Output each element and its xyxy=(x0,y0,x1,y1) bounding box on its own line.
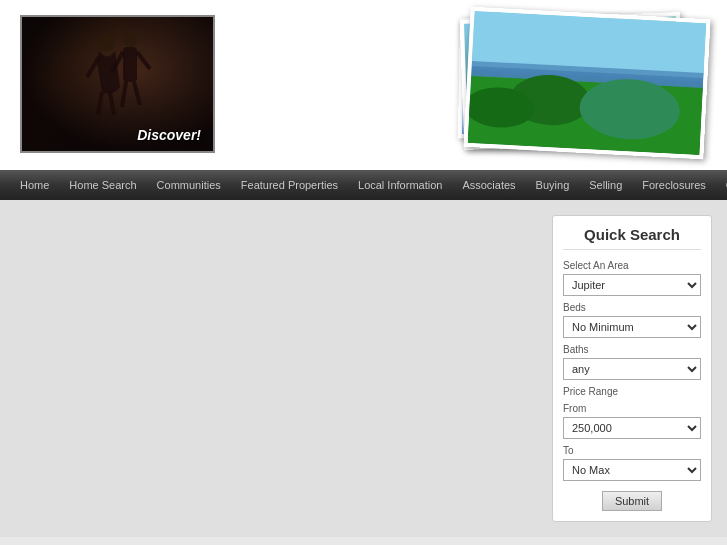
submit-button[interactable]: Submit xyxy=(602,491,662,511)
svg-line-7 xyxy=(134,82,140,105)
thumbnails-row xyxy=(0,537,727,545)
svg-point-2 xyxy=(123,31,137,47)
from-price-select[interactable]: 250,000 100,000 150,000 200,000 300,000 … xyxy=(563,417,701,439)
area-select[interactable]: Jupiter Palm Beach Miami Fort Lauderdale xyxy=(563,274,701,296)
nav-item-associates[interactable]: Associates xyxy=(452,170,525,200)
nav-item-home[interactable]: Home xyxy=(10,170,59,200)
navbar: Home Home Search Communities Featured Pr… xyxy=(0,170,727,200)
baths-label: Baths xyxy=(563,344,701,355)
main-left-area xyxy=(15,215,537,522)
nav-item-foreclosures[interactable]: Foreclosures xyxy=(632,170,716,200)
from-label: From xyxy=(563,403,701,414)
nav-item-home-search[interactable]: Home Search xyxy=(59,170,146,200)
svg-line-9 xyxy=(110,92,114,115)
nav-item-communities[interactable]: Communities xyxy=(147,170,231,200)
nav-item-contact[interactable]: Contact xyxy=(716,170,727,200)
to-price-select[interactable]: No Max 300,000 400,000 500,000 750,000 1… xyxy=(563,459,701,481)
to-label: To xyxy=(563,445,701,456)
svg-line-8 xyxy=(98,92,102,115)
nav-item-featured-properties[interactable]: Featured Properties xyxy=(231,170,348,200)
main-content: Quick Search Select An Area Jupiter Palm… xyxy=(0,200,727,537)
nav-item-buying[interactable]: Buying xyxy=(526,170,580,200)
discover-label: Discover! xyxy=(137,127,201,143)
baths-select[interactable]: any 1 2 3 4+ xyxy=(563,358,701,380)
quick-search-title: Quick Search xyxy=(563,226,701,250)
couple-silhouette-icon xyxy=(52,27,172,137)
hero-image-container: Discover! xyxy=(20,15,220,155)
beds-label: Beds xyxy=(563,302,701,313)
photo-stack-container xyxy=(417,8,707,163)
nav-item-selling[interactable]: Selling xyxy=(579,170,632,200)
svg-line-6 xyxy=(122,82,126,107)
header-center xyxy=(220,15,417,155)
svg-point-0 xyxy=(99,33,115,51)
price-range-label: Price Range xyxy=(563,386,701,397)
svg-rect-3 xyxy=(123,47,137,82)
beds-select[interactable]: No Minimum 1 2 3 4 5+ xyxy=(563,316,701,338)
svg-line-5 xyxy=(137,52,150,69)
hero-image: Discover! xyxy=(20,15,215,153)
quick-search-panel: Quick Search Select An Area Jupiter Palm… xyxy=(552,215,712,522)
photo-card-front xyxy=(464,6,711,158)
header: Discover! xyxy=(0,0,727,170)
svg-line-1 xyxy=(87,57,99,77)
photo-stack xyxy=(417,8,707,163)
nav-item-local-information[interactable]: Local Information xyxy=(348,170,452,200)
area-label: Select An Area xyxy=(563,260,701,271)
coastal-scene xyxy=(468,11,707,155)
